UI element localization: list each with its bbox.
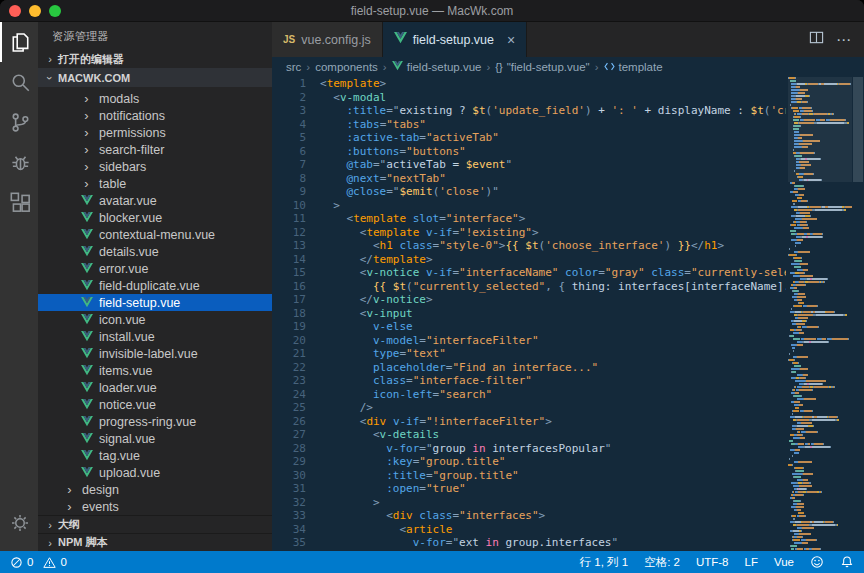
feedback-smiley-icon[interactable] <box>810 555 824 569</box>
tree-item-modals[interactable]: ›modals <box>38 90 272 107</box>
warning-icon[interactable] <box>43 556 56 569</box>
code-line-20[interactable]: 20 v-model="interfaceFilter" <box>272 334 786 348</box>
tree-item-install-vue[interactable]: install.vue <box>38 328 272 345</box>
minimap[interactable] <box>788 77 852 551</box>
tree-item-contextual-menu-vue[interactable]: contextual-menu.vue <box>38 226 272 243</box>
search-icon[interactable] <box>0 62 38 102</box>
code-area[interactable]: 1<template>2 <v-modal3 :title="existing … <box>272 77 786 551</box>
code-line-10[interactable]: 10 > <box>272 199 786 213</box>
code-line-33[interactable]: 33 <div class="interfaces"> <box>272 509 786 523</box>
code-line-23[interactable]: 23 class="interface-filter" <box>272 374 786 388</box>
tree-item-items-vue[interactable]: items.vue <box>38 362 272 379</box>
tree-item-progress-ring-vue[interactable]: progress-ring.vue <box>38 413 272 430</box>
code-line-26[interactable]: 26 <div v-if="!interfaceFilter"> <box>272 415 786 429</box>
tree-item-loader-vue[interactable]: loader.vue <box>38 379 272 396</box>
code-line-2[interactable]: 2 <v-modal <box>272 91 786 105</box>
code-line-13[interactable]: 13 <h1 class="style-0">{{ $t('choose_int… <box>272 239 786 253</box>
tree-item-tag-vue[interactable]: tag.vue <box>38 447 272 464</box>
cursor-position[interactable]: 行 1, 列 1 <box>580 555 629 570</box>
code-line-22[interactable]: 22 placeholder="Find an interface..." <box>272 361 786 375</box>
tree-item-upload-vue[interactable]: upload.vue <box>38 464 272 481</box>
eol-sequence[interactable]: LF <box>745 556 758 568</box>
notifications-bell-icon[interactable] <box>840 555 854 569</box>
code-line-17[interactable]: 17 </v-notice> <box>272 293 786 307</box>
minimize-window-button[interactable] <box>29 5 41 17</box>
code-line-25[interactable]: 25 /> <box>272 401 786 415</box>
error-count[interactable]: 0 <box>27 556 33 568</box>
code-line-34[interactable]: 34 <article <box>272 523 786 537</box>
tree-item-icon-vue[interactable]: icon.vue <box>38 311 272 328</box>
tab-field-setup-vue[interactable]: field-setup.vue × <box>383 22 528 57</box>
zoom-window-button[interactable] <box>49 5 61 17</box>
indentation[interactable]: 空格: 2 <box>644 555 680 570</box>
code-line-6[interactable]: 6 :buttons="buttons" <box>272 145 786 159</box>
close-tab-icon[interactable]: × <box>507 33 515 47</box>
breadcrumb-item[interactable]: field-setup.vue <box>392 61 482 73</box>
code-line-12[interactable]: 12 <template v-if="!existing"> <box>272 226 786 240</box>
code-line-30[interactable]: 30 :title="group.title" <box>272 469 786 483</box>
code-line-28[interactable]: 28 v-for="group in interfacesPopular" <box>272 442 786 456</box>
breadcrumb-item[interactable]: components <box>315 61 378 73</box>
code-line-4[interactable]: 4 :tabs="tabs" <box>272 118 786 132</box>
npm-scripts-section[interactable]: › NPM 脚本 <box>38 533 272 551</box>
code-line-29[interactable]: 29 :key="group.title" <box>272 455 786 469</box>
debug-icon[interactable] <box>0 142 38 182</box>
minimap-viewport[interactable] <box>788 77 852 182</box>
code-line-9[interactable]: 9 @close="$emit('close')" <box>272 185 786 199</box>
code-line-1[interactable]: 1<template> <box>272 77 786 91</box>
tree-item-notice-vue[interactable]: notice.vue <box>38 396 272 413</box>
code-line-14[interactable]: 14 </template> <box>272 253 786 267</box>
error-icon[interactable] <box>10 556 23 569</box>
explorer-icon[interactable] <box>0 22 38 62</box>
close-window-button[interactable] <box>9 5 21 17</box>
warning-count[interactable]: 0 <box>60 556 66 568</box>
tree-item-events[interactable]: ›events <box>38 498 272 515</box>
workspace-section[interactable]: › MACWK.COM <box>38 68 272 87</box>
source-control-icon[interactable] <box>0 102 38 142</box>
code-line-27[interactable]: 27 <v-details <box>272 428 786 442</box>
tree-item-sidebars[interactable]: ›sidebars <box>38 158 272 175</box>
code-line-24[interactable]: 24 icon-left="search" <box>272 388 786 402</box>
editor-scrollbar[interactable] <box>852 77 864 551</box>
tree-item-invisible-label-vue[interactable]: invisible-label.vue <box>38 345 272 362</box>
tree-item-field-duplicate-vue[interactable]: field-duplicate.vue <box>38 277 272 294</box>
tree-item-details-vue[interactable]: details.vue <box>38 243 272 260</box>
more-actions-icon[interactable]: ⋯ <box>836 31 852 49</box>
tree-item-field-setup-vue[interactable]: field-setup.vue <box>38 294 272 311</box>
outline-section[interactable]: › 大纲 <box>38 515 272 533</box>
code-line-3[interactable]: 3 :title="existing ? $t('update_field') … <box>272 104 786 118</box>
code-line-35[interactable]: 35 v-for="ext in group.interfaces" <box>272 536 786 550</box>
code-line-5[interactable]: 5 :active-tab="activeTab" <box>272 131 786 145</box>
tree-item-table[interactable]: ›table <box>38 175 272 192</box>
code-line-19[interactable]: 19 v-else <box>272 320 786 334</box>
tree-item-error-vue[interactable]: error.vue <box>38 260 272 277</box>
extensions-icon[interactable] <box>0 182 38 222</box>
tree-item-notifications[interactable]: ›notifications <box>38 107 272 124</box>
tree-item-avatar-vue[interactable]: avatar.vue <box>38 192 272 209</box>
tree-item-search-filter[interactable]: ›search-filter <box>38 141 272 158</box>
tree-item-signal-vue[interactable]: signal.vue <box>38 430 272 447</box>
open-editors-section[interactable]: › 打开的编辑器 <box>38 50 272 68</box>
manage-gear-icon[interactable] <box>0 503 38 543</box>
tab-vue-config-js[interactable]: JS vue.config.js <box>272 22 383 57</box>
code-line-15[interactable]: 15 <v-notice v-if="interfaceName" color=… <box>272 266 786 280</box>
code-line-16[interactable]: 16 {{ $t("currently_selected", { thing: … <box>272 280 786 294</box>
breadcrumb-item[interactable]: src <box>286 61 301 73</box>
code-line-11[interactable]: 11 <template slot="interface"> <box>272 212 786 226</box>
tree-item-blocker-vue[interactable]: blocker.vue <box>38 209 272 226</box>
code-line-21[interactable]: 21 type="text" <box>272 347 786 361</box>
code-line-8[interactable]: 8 @next="nextTab" <box>272 172 786 186</box>
breadcrumb-item[interactable]: template <box>604 61 663 74</box>
encoding[interactable]: UTF-8 <box>696 556 729 568</box>
code-line-31[interactable]: 31 :open="true" <box>272 482 786 496</box>
code-line-7[interactable]: 7 @tab="activeTab = $event" <box>272 158 786 172</box>
code-line-18[interactable]: 18 <v-input <box>272 307 786 321</box>
breadcrumb-item[interactable]: {}"field-setup.vue" <box>495 61 589 73</box>
code-editor[interactable]: 1<template>2 <v-modal3 :title="existing … <box>272 77 864 551</box>
language-mode[interactable]: Vue <box>774 556 794 568</box>
tree-item-design[interactable]: ›design <box>38 481 272 498</box>
tree-item-permissions[interactable]: ›permissions <box>38 124 272 141</box>
scrollbar-thumb[interactable] <box>853 77 863 182</box>
split-editor-icon[interactable] <box>809 30 824 49</box>
code-line-32[interactable]: 32 > <box>272 496 786 510</box>
